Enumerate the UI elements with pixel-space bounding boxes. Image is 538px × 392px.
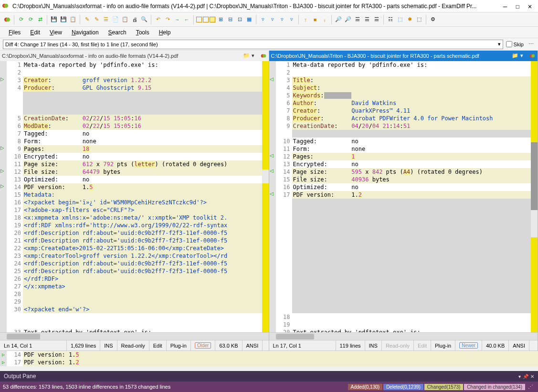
left-age: Older (191, 340, 215, 350)
redo-icon[interactable]: ↷ (163, 15, 172, 24)
find2-icon[interactable]: 🔎 (344, 15, 352, 24)
skip-check-input[interactable] (506, 41, 512, 47)
gear-icon[interactable]: ⚙ (429, 15, 437, 24)
right-hscroll[interactable] (269, 332, 538, 340)
left-code[interactable]: Meta-data reported by 'pdfinfo.exe' is:C… (23, 61, 262, 332)
layout5-icon[interactable]: ⊟ (226, 15, 234, 24)
find1-icon[interactable]: 🔎 (334, 15, 343, 24)
save-as-icon[interactable]: 📋 (69, 15, 77, 24)
menu-help[interactable]: Help (155, 28, 175, 37)
left-pane-header: C:\Dropbox\JN_Manuals\soxformat - info o… (0, 51, 269, 61)
inline-code1: PDF version: 1.5 (23, 351, 538, 359)
left-code-area: ▷ ▷ ▷ ▷ 1 2 3 4 5 6 7 8 9 10 11 12 13 14… (0, 61, 269, 332)
undo-icon[interactable]: ↶ (154, 15, 162, 24)
layout4-icon[interactable]: ⊞ (216, 15, 225, 24)
diff-selector[interactable]: Diff 4: Change 17 lines (14 - 30, first … (3, 40, 503, 49)
menu-search[interactable]: Search (105, 28, 130, 37)
right-pos: Ln 17, Col 1 (269, 340, 336, 350)
menu-edit[interactable]: Edit (26, 28, 44, 37)
maximize-button[interactable]: ☐ (511, 1, 524, 11)
menu-tools[interactable]: Tools (132, 28, 153, 37)
output-dropdown-icon[interactable]: ▾ (518, 374, 521, 379)
left-hscroll[interactable] (0, 332, 269, 340)
next-diff-icon[interactable]: → (173, 15, 181, 24)
stat-deleted: Deleted(0,1239) (383, 384, 423, 390)
copy-icon[interactable]: 📄 (111, 15, 120, 24)
layout7-icon[interactable]: ▦ (245, 15, 253, 24)
tool3-icon[interactable]: ✱ (405, 15, 414, 24)
filter4-icon[interactable]: ▿ (287, 15, 296, 24)
app-logo-icon[interactable] (3, 15, 11, 24)
find4-icon[interactable]: ☰ (363, 15, 371, 24)
right-overview-stripe[interactable] (531, 61, 538, 332)
menu-view[interactable]: View (46, 28, 66, 37)
left-enc: ANSI (243, 340, 263, 350)
edit2-icon[interactable]: ✎ (92, 15, 101, 24)
left-line-numbers: 1 2 3 4 5 6 7 8 9 10 11 12 13 14 15 16 1… (7, 61, 23, 332)
right-ins: INS (365, 340, 382, 350)
paste-icon[interactable]: 📋 (121, 15, 129, 24)
left-compare-icon[interactable] (260, 53, 267, 59)
up-icon[interactable]: ↑ (301, 15, 310, 24)
right-size: 40.0 KB (482, 340, 509, 350)
right-edit[interactable]: Edit (414, 340, 431, 350)
output-pin-icon[interactable]: 📌 (523, 374, 528, 379)
menubar: Files Edit View Navigation Search Tools … (0, 27, 538, 38)
save-all-icon[interactable]: 💾 (59, 15, 68, 24)
left-edit[interactable]: Edit (149, 340, 167, 350)
close-button[interactable]: ✕ (524, 1, 536, 11)
preview-icon[interactable]: 🔍 (140, 15, 148, 24)
right-compare-icon[interactable] (529, 53, 536, 59)
svg-point-7 (531, 54, 535, 58)
filter3-icon[interactable]: ▿ (278, 15, 286, 24)
menu-navigation[interactable]: Navigation (68, 28, 103, 37)
layout6-icon[interactable]: ⊡ (235, 15, 244, 24)
diffbar-opts-icon[interactable]: ⋯ (527, 40, 535, 49)
right-lines: 119 lines (336, 340, 365, 350)
right-folder-icon[interactable]: 📁 (512, 53, 518, 59)
layout1-icon[interactable] (196, 17, 202, 22)
save-icon[interactable]: 💾 (50, 15, 58, 24)
print-icon[interactable]: 🖨 (130, 15, 139, 24)
left-ro: Read-only (117, 340, 149, 350)
output-pane-title: Output Pane (4, 373, 36, 380)
inline-arrow1[interactable]: ▷ (0, 351, 7, 359)
right-gutter[interactable]: ◁ ◁ ◁ ◁ (269, 61, 276, 332)
find5-icon[interactable]: ☰ (372, 15, 381, 24)
tool1-icon[interactable]: ☷ (386, 15, 395, 24)
right-code[interactable]: Meta-data reported by 'pdfinfo.exe' is:T… (292, 61, 531, 332)
footer-summary: 53 differences: 1573 lines, 1503 inline … (3, 384, 170, 390)
right-dropdown-icon[interactable]: ▾ (520, 53, 527, 59)
left-gutter[interactable]: ▷ ▷ ▷ ▷ (0, 61, 7, 332)
edit1-icon[interactable]: ✎ (83, 15, 91, 24)
left-plugin: Plug-in (167, 340, 191, 350)
output-close-icon[interactable]: ✕ (530, 374, 534, 379)
minimize-button[interactable]: — (499, 1, 511, 11)
skip-checkbox[interactable]: Skip (506, 41, 524, 47)
tool4-icon[interactable]: ⬚ (415, 15, 423, 24)
layout3-icon[interactable] (210, 17, 215, 22)
main-area: C:\Dropbox\JN_Manuals\soxformat - info o… (0, 51, 538, 350)
refresh-all-icon[interactable]: ⟳ (26, 15, 35, 24)
filter2-icon[interactable]: ▿ (268, 15, 277, 24)
edit3-icon[interactable]: ☰ (102, 15, 110, 24)
right-line-numbers: 1 2 3 4 5 6 7 8 9 10 11 12 13 14 15 16 1… (276, 61, 292, 332)
refresh-icon[interactable]: ⟳ (17, 15, 25, 24)
right-code-area: ◁ ◁ ◁ ◁ 1 2 3 4 5 6 7 8 9 10 11 12 13 14… (269, 61, 538, 332)
find3-icon[interactable]: ☰ (353, 15, 362, 24)
filter1-icon[interactable]: ▿ (259, 15, 267, 24)
swap-icon[interactable]: ⇄ (36, 15, 44, 24)
menu-files[interactable]: Files (5, 28, 24, 37)
left-pos: Ln 14, Col 1 (0, 340, 67, 350)
window-title: C:\Dropbox\JN_Manuals\soxformat - info o… (12, 3, 499, 10)
footer-resize-grip[interactable]: ⋰ (526, 384, 535, 390)
layout2-icon[interactable] (203, 17, 209, 22)
left-folder-icon[interactable]: 📁 (243, 53, 250, 59)
left-overview-stripe[interactable] (262, 61, 269, 332)
down-icon[interactable]: ↓ (320, 15, 329, 24)
prev-diff-icon[interactable]: ← (182, 15, 191, 24)
left-dropdown-icon[interactable]: ▾ (252, 53, 258, 59)
inline-arrow2[interactable]: ▷ (0, 359, 7, 366)
stop-icon[interactable]: ■ (311, 15, 319, 24)
tool2-icon[interactable]: ⬚ (396, 15, 404, 24)
